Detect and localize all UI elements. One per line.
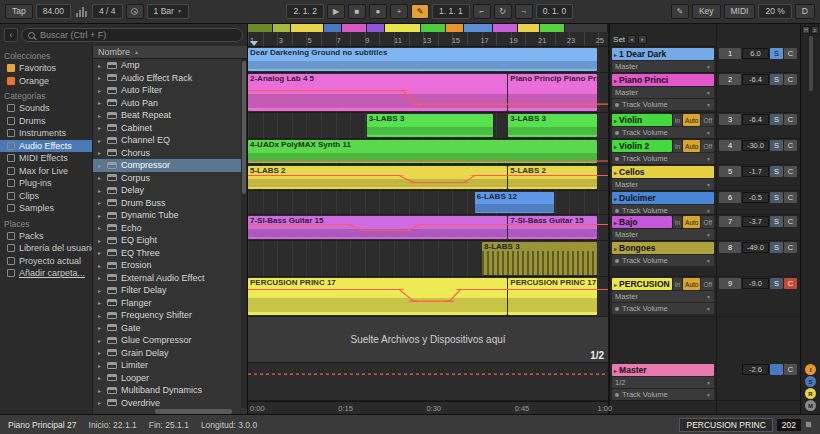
- automation-line[interactable]: [248, 165, 608, 190]
- device-item-drum-buss[interactable]: ▸Drum Buss: [93, 197, 247, 210]
- sidebar-item-orange[interactable]: Orange: [0, 75, 92, 88]
- loop-button[interactable]: ↻: [494, 4, 512, 19]
- device-item-amp[interactable]: ▸Amp: [93, 59, 247, 72]
- sidebar-item-packs[interactable]: Packs: [0, 230, 92, 243]
- sidebar-item-plug-ins[interactable]: Plug-ins: [0, 177, 92, 190]
- device-item-beat-repeat[interactable]: ▸Beat Repeat: [93, 109, 247, 122]
- punch-out-button[interactable]: ¬: [515, 4, 533, 19]
- solo-button[interactable]: S: [770, 192, 783, 203]
- stop-button[interactable]: ■: [348, 4, 366, 19]
- monitor-off-button[interactable]: Off: [701, 278, 714, 290]
- pan-display[interactable]: C: [784, 278, 797, 289]
- tap-tempo-button[interactable]: Tap: [5, 4, 33, 19]
- loop-length-display[interactable]: 0. 1. 0: [536, 4, 574, 19]
- solo-button[interactable]: S: [770, 166, 783, 177]
- drop-zone[interactable]: Suelte Archivos y Dispositivos aquí1/2: [248, 317, 608, 363]
- monitor-off-button[interactable]: Off: [701, 140, 714, 152]
- master-pan-display[interactable]: C: [784, 364, 797, 375]
- track-lane-bongoes[interactable]: 8-LABS 3: [248, 241, 608, 277]
- routing-chooser-master[interactable]: Master▼: [612, 229, 714, 240]
- monitor-auto-button[interactable]: Auto: [683, 216, 700, 228]
- device-item-auto-pan[interactable]: ▸Auto Pan: [93, 97, 247, 110]
- clip-6-labs-12[interactable]: 6-LABS 12: [475, 192, 554, 213]
- midi-map-button[interactable]: MIDI: [724, 4, 756, 19]
- device-item-flanger[interactable]: ▸Flanger: [93, 297, 247, 310]
- routing-chooser-1-2[interactable]: 1/2▼: [612, 377, 714, 388]
- device-item-corpus[interactable]: ▸Corpus: [93, 172, 247, 185]
- scene-segment[interactable]: [464, 24, 493, 32]
- key-map-button[interactable]: Key: [692, 4, 721, 19]
- device-item-delay[interactable]: ▸Delay: [93, 184, 247, 197]
- pan-display[interactable]: C: [784, 74, 797, 85]
- pan-display[interactable]: C: [784, 114, 797, 125]
- track-lane-1-dear-dark[interactable]: Dear Darkening Ground no subtitles: [248, 47, 608, 73]
- sidebar-item-sounds[interactable]: Sounds: [0, 102, 92, 115]
- punch-in-button[interactable]: ⌐: [473, 4, 491, 19]
- routing-chooser-master[interactable]: Master▼: [612, 291, 714, 302]
- track-volume-display[interactable]: -1.7: [742, 166, 769, 177]
- automation-line[interactable]: [248, 277, 608, 316]
- track-lane-cellos[interactable]: 5-LABS 25-LABS 2: [248, 165, 608, 191]
- arrangement-lanes[interactable]: 135791113151719212325Dear Darkening Grou…: [248, 24, 608, 414]
- search-input[interactable]: Buscar (Ctrl + F): [21, 28, 243, 42]
- sidebar-item-proyecto-actual[interactable]: Proyecto actual: [0, 255, 92, 268]
- sidebar-item-midi-effects[interactable]: MIDI Effects: [0, 152, 92, 165]
- toggle-m-button[interactable]: M: [805, 400, 816, 411]
- scene-segment[interactable]: [565, 24, 608, 32]
- device-item-external-audio-effect[interactable]: ▸External Audio Effect: [93, 272, 247, 285]
- routing-chooser-track-volume[interactable]: Track Volume▼: [612, 303, 714, 314]
- clip-8-labs-3[interactable]: 8-LABS 3: [482, 242, 597, 275]
- solo-button[interactable]: S: [770, 216, 783, 227]
- device-item-frequency-shifter[interactable]: ▸Frequency Shifter: [93, 309, 247, 322]
- track-volume-display[interactable]: -6.4: [742, 74, 769, 85]
- track-volume-display[interactable]: -6.4: [742, 114, 769, 125]
- monitor-off-button[interactable]: Off: [701, 216, 714, 228]
- track-header-dulcimer[interactable]: ▸DulcimerTrack Volume▼: [610, 191, 716, 215]
- pan-display[interactable]: C: [784, 216, 797, 227]
- sidebar-item-a-adir-carpeta[interactable]: Añadir carpeta...: [0, 267, 92, 280]
- record-button[interactable]: ●: [369, 4, 387, 19]
- toggle-r-button[interactable]: R: [805, 388, 816, 399]
- sidebar-item-drums[interactable]: Drums: [0, 115, 92, 128]
- draw-mode-button[interactable]: ✎: [671, 4, 689, 19]
- master-lane[interactable]: [248, 363, 608, 401]
- device-item-looper[interactable]: ▸Looper: [93, 372, 247, 385]
- vertical-scrollbar[interactable]: [809, 36, 813, 91]
- next-locator-icon[interactable]: ▸: [638, 35, 647, 44]
- clip-dear-darkening-ground-no-subtitles[interactable]: Dear Darkening Ground no subtitles: [248, 48, 597, 71]
- scene-segment[interactable]: [421, 24, 446, 32]
- device-item-limiter[interactable]: ▸Limiter: [93, 359, 247, 372]
- list-header-name[interactable]: Nombre ▲: [93, 46, 247, 59]
- device-item-compressor[interactable]: ▸Compressor: [93, 159, 247, 172]
- automation-line[interactable]: [248, 363, 608, 400]
- device-item-channel-eq[interactable]: ▸Channel EQ: [93, 134, 247, 147]
- monitor-auto-button[interactable]: Auto: [683, 140, 700, 152]
- routing-chooser-master[interactable]: Master▼: [612, 87, 714, 98]
- sidebar-item-clips[interactable]: Clips: [0, 190, 92, 203]
- track-header-1-dear-dark[interactable]: ▸1 Dear DarkMaster▼: [610, 47, 716, 73]
- track-lane-bajo[interactable]: 7-SI-Bass Guitar 157-SI-Bass Guitar 15: [248, 215, 608, 241]
- device-item-cabinet[interactable]: ▸Cabinet: [93, 122, 247, 135]
- routing-chooser-track-volume[interactable]: Track Volume▼: [612, 389, 714, 400]
- track-lane-percusion[interactable]: PERCUSION PRINC 17PERCUSION PRINC 17: [248, 277, 608, 317]
- track-header-percusion[interactable]: ▸PERCUSIONInAutoOffMaster▼Track Volume▼: [610, 277, 716, 317]
- quantize-select[interactable]: 1 Bar▼: [147, 4, 189, 19]
- scene-segment[interactable]: [518, 24, 540, 32]
- automation-line[interactable]: [248, 215, 608, 240]
- device-item-echo[interactable]: ▸Echo: [93, 222, 247, 235]
- scene-segment[interactable]: [385, 24, 421, 32]
- browser-vertical-scrollbar[interactable]: [241, 59, 247, 408]
- track-header-piano-princi[interactable]: ▸Piano PrinciMaster▼Track Volume▼: [610, 73, 716, 113]
- pan-display[interactable]: C: [784, 192, 797, 203]
- automation-arm-button[interactable]: ✎: [411, 4, 429, 19]
- overdub-button[interactable]: +: [390, 4, 408, 19]
- metronome-button[interactable]: [126, 4, 144, 19]
- device-item-glue-compressor[interactable]: ▸Glue Compressor: [93, 334, 247, 347]
- arrangement-position-display[interactable]: 2. 1. 2: [286, 4, 324, 19]
- solo-button[interactable]: S: [770, 74, 783, 85]
- routing-chooser-master[interactable]: Master▼: [612, 61, 714, 72]
- routing-chooser-track-volume[interactable]: Track Volume▼: [612, 205, 714, 215]
- track-header-violin[interactable]: ▸ViolinInAutoOffTrack Volume▼: [610, 113, 716, 139]
- monitor-in-button[interactable]: In: [673, 114, 682, 126]
- scene-segment[interactable]: [367, 24, 385, 32]
